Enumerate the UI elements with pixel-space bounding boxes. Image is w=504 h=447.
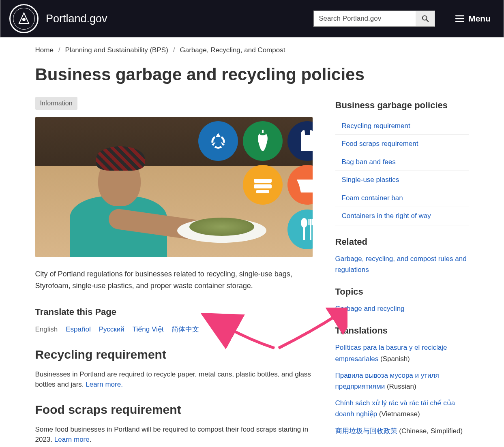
site-title[interactable]: Portland.gov: [46, 11, 107, 27]
sidebar-nav-item[interactable]: Single-use plastics: [335, 171, 469, 189]
svg-rect-9: [254, 184, 272, 188]
learn-more-link[interactable]: Learn more: [54, 436, 90, 443]
language-list: English Español Русский Tiếng Việt 简体中文: [35, 324, 316, 335]
sidebar-nav-item[interactable]: Foam container ban: [335, 189, 469, 207]
sidebar: Business garbage policies Recycling requ…: [335, 97, 469, 445]
intro-text: City of Portland regulations for busines…: [35, 268, 316, 292]
section-heading-recycling: Recycling requirement: [35, 345, 316, 364]
translate-heading: Translate this Page: [35, 305, 316, 319]
apple-core-icon: [243, 121, 283, 161]
search-button[interactable]: [416, 11, 435, 27]
menu-label: Menu: [468, 14, 491, 24]
container-stack-icon: [243, 165, 283, 205]
related-link[interactable]: Garbage, recycling, and compost rules an…: [335, 253, 469, 275]
search-icon: [422, 15, 429, 22]
breadcrumb-item[interactable]: Garbage, Recycling, and Compost: [180, 45, 285, 56]
sidebar-translations-title: Translations: [335, 324, 469, 337]
section-body: Some food businesses in Portland will be…: [35, 424, 316, 445]
breadcrumb-separator: /: [172, 45, 177, 56]
search-input[interactable]: [313, 11, 416, 27]
sidebar-related-title: Related: [335, 235, 469, 248]
breadcrumb-item[interactable]: Home: [35, 45, 54, 56]
sidebar-nav-title: Business garbage policies: [335, 98, 469, 112]
svg-rect-8: [254, 179, 272, 183]
sidebar-nav-item[interactable]: Food scraps requirement: [335, 135, 469, 153]
section-body: Businesses in Portland are required to r…: [35, 369, 316, 390]
site-header: Portland.gov Menu: [0, 0, 504, 38]
breadcrumb-separator: /: [57, 45, 62, 56]
svg-point-0: [22, 18, 26, 21]
lang-link[interactable]: 简体中文: [172, 324, 199, 335]
menu-button[interactable]: Menu: [455, 14, 491, 24]
svg-point-11: [301, 218, 307, 228]
breadcrumb: Home / Planning and Sustainability (BPS)…: [35, 45, 469, 56]
sidebar-nav: Recycling requirement Food scraps requir…: [335, 117, 469, 225]
breadcrumb-item[interactable]: Planning and Sustainability (BPS): [65, 45, 168, 56]
translation-item: Chính sách xử lý rác và rác tái chế của …: [335, 398, 469, 419]
translation-item: Правила вывоза мусора и утиля предприяти…: [335, 370, 469, 392]
hamburger-icon: [455, 15, 464, 22]
sidebar-nav-item[interactable]: Containers in the right of way: [335, 207, 469, 225]
city-seal-icon: [9, 4, 39, 33]
hero-image: [35, 117, 313, 257]
translation-item: 商用垃圾与回收政策 (Chinese, Simplified): [335, 426, 469, 436]
svg-rect-12: [303, 227, 305, 240]
svg-rect-10: [256, 190, 269, 193]
lang-link[interactable]: Tiếng Việt: [133, 324, 164, 335]
learn-more-link[interactable]: Learn more.: [86, 381, 123, 388]
info-badge: Information: [35, 97, 77, 110]
svg-line-2: [426, 20, 428, 22]
recycle-icon: [198, 121, 238, 161]
translation-item: Políticas para la basura y el reciclaje …: [335, 342, 469, 364]
lang-link[interactable]: Español: [66, 324, 90, 335]
sidebar-nav-item[interactable]: Recycling requirement: [335, 117, 469, 135]
topics-link[interactable]: Garbage and recycling: [335, 303, 469, 314]
lang-current: English: [35, 324, 58, 335]
svg-rect-7: [262, 130, 264, 133]
page-title: Business garbage and recycling policies: [35, 64, 469, 85]
lang-link[interactable]: Русский: [99, 324, 124, 335]
sidebar-nav-item[interactable]: Bag ban and fees: [335, 153, 469, 171]
section-heading-food: Food scraps requirement: [35, 400, 316, 419]
sidebar-topics-title: Topics: [335, 285, 469, 298]
search-form: [313, 11, 435, 27]
